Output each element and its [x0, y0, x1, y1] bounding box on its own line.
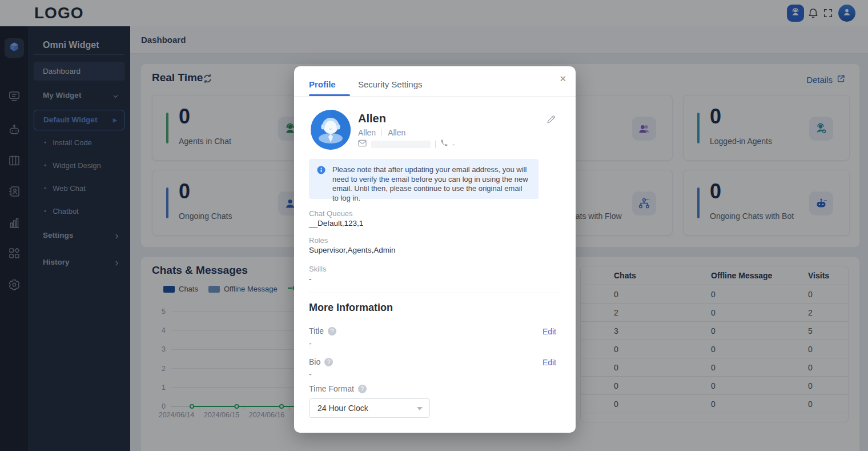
more-information-title: More Information — [309, 302, 393, 314]
chevron-down-icon — [417, 407, 423, 410]
divider — [381, 129, 382, 137]
time-format-select[interactable]: 24 Hour Clock — [309, 398, 430, 418]
title-value: - — [309, 339, 312, 348]
close-icon[interactable]: ✕ — [559, 74, 566, 84]
email-update-notice: Please note that after updating your ema… — [309, 159, 539, 199]
help-icon[interactable]: ? — [358, 385, 367, 393]
redacted-email — [371, 141, 431, 148]
app-root: LOGO — [0, 0, 868, 451]
phone-value: - — [452, 140, 455, 149]
first-name: Allen — [358, 128, 376, 137]
divider — [435, 141, 436, 148]
section-divider — [309, 293, 561, 293]
skills-label: Skills — [309, 265, 326, 273]
profile-name: Allen — [358, 112, 386, 125]
chat-queues-label: Chat Queues — [309, 209, 353, 218]
time-format-label: Time Format ? — [309, 384, 367, 393]
chat-queues-value: __Default,123,1 — [309, 219, 363, 228]
help-icon[interactable]: ? — [328, 327, 336, 336]
notice-text: Please note that after updating your ema… — [332, 165, 528, 202]
tab-security-settings[interactable]: Security Settings — [358, 79, 423, 89]
bio-label: Bio ? — [309, 357, 333, 366]
roles-label: Roles — [309, 236, 328, 245]
tab-profile[interactable]: Profile — [309, 79, 336, 89]
profile-avatar — [311, 110, 351, 152]
skills-value: - — [309, 274, 312, 283]
tab-bar-border — [294, 96, 576, 97]
phone-icon — [440, 139, 448, 149]
time-format-value: 24 Hour Clock — [318, 404, 368, 413]
roles-value: Supervisor,Agents,Admin — [309, 246, 396, 254]
edit-title-link[interactable]: Edit — [542, 327, 556, 336]
agent-illustration-icon — [311, 142, 351, 151]
contact-row: - — [358, 139, 455, 149]
profile-subnames: Allen Allen — [358, 128, 405, 137]
help-icon[interactable]: ? — [324, 358, 333, 366]
edit-profile-pencil-icon[interactable] — [546, 114, 556, 127]
profile-dialog: ✕ Profile Security Settings Allen Allen … — [294, 66, 576, 433]
bio-value: - — [309, 370, 312, 379]
nickname: Allen — [388, 128, 405, 137]
title-label: Title ? — [309, 326, 336, 336]
info-icon — [317, 166, 326, 174]
envelope-icon — [358, 139, 367, 149]
edit-bio-link[interactable]: Edit — [542, 358, 556, 367]
